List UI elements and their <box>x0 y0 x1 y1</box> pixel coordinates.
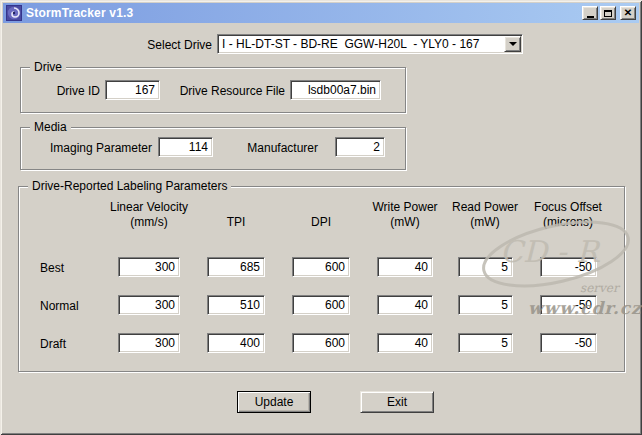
imaging-parameter-label: Imaging Parameter <box>40 141 152 155</box>
drive-group-title: Drive <box>30 60 66 74</box>
col-header-focus-offset-unit: (microns) <box>518 215 618 229</box>
drive-id-label: Drive ID <box>40 84 100 98</box>
app-window: StormTracker v1.3 ✕ Select Drive I - HL-… <box>0 0 642 435</box>
row-label-normal: Normal <box>40 299 100 313</box>
draft-dpi-field[interactable] <box>292 333 350 353</box>
manufacturer-label: Manufacturer <box>228 141 318 155</box>
labeling-parameters-group-title: Drive-Reported Labeling Parameters <box>28 179 231 193</box>
normal-write-power-field[interactable] <box>377 295 433 315</box>
minimize-button[interactable] <box>582 6 598 20</box>
select-drive-label: Select Drive <box>130 38 212 52</box>
maximize-icon <box>604 10 612 17</box>
row-label-best: Best <box>40 261 100 275</box>
normal-tpi-field[interactable] <box>207 295 265 315</box>
draft-focus-offset-field[interactable] <box>540 333 597 353</box>
select-drive-value: I - HL-DT-ST - BD-RE GGW-H20L - YLY0 - 1… <box>218 37 504 51</box>
minimize-icon <box>587 16 594 18</box>
draft-tpi-field[interactable] <box>207 333 265 353</box>
window-title: StormTracker v1.3 <box>26 6 133 20</box>
drive-resource-file-field[interactable] <box>290 80 381 100</box>
imaging-parameter-field[interactable] <box>158 137 213 157</box>
draft-write-power-field[interactable] <box>377 333 433 353</box>
chevron-down-icon <box>509 42 517 46</box>
media-group-title: Media <box>30 120 71 134</box>
col-header-linear-velocity-unit: (mm/s) <box>99 215 199 229</box>
best-linear-velocity-field[interactable] <box>118 257 180 277</box>
col-header-linear-velocity: Linear Velocity <box>99 200 199 214</box>
best-tpi-field[interactable] <box>207 257 265 277</box>
exit-button[interactable]: Exit <box>360 391 434 413</box>
drive-resource-file-label: Drive Resource File <box>178 84 285 98</box>
best-focus-offset-field[interactable] <box>540 257 597 277</box>
window-controls: ✕ <box>580 6 636 20</box>
manufacturer-field[interactable] <box>335 137 385 157</box>
storm-app-icon <box>6 5 22 21</box>
maximize-button[interactable] <box>600 6 616 20</box>
normal-dpi-field[interactable] <box>292 295 350 315</box>
row-label-draft: Draft <box>40 337 100 351</box>
best-write-power-field[interactable] <box>377 257 433 277</box>
drive-id-field[interactable] <box>105 80 160 100</box>
titlebar[interactable]: StormTracker v1.3 ✕ <box>3 3 639 23</box>
select-drive-combobox[interactable]: I - HL-DT-ST - BD-RE GGW-H20L - YLY0 - 1… <box>217 34 523 54</box>
normal-linear-velocity-field[interactable] <box>118 295 180 315</box>
draft-linear-velocity-field[interactable] <box>118 333 180 353</box>
normal-focus-offset-field[interactable] <box>540 295 597 315</box>
best-dpi-field[interactable] <box>292 257 350 277</box>
select-drive-dropdown-button[interactable] <box>504 36 521 52</box>
close-icon: ✕ <box>624 8 632 18</box>
close-button[interactable]: ✕ <box>620 6 636 20</box>
col-header-focus-offset: Focus Offset <box>518 200 618 214</box>
normal-read-power-field[interactable] <box>458 295 513 315</box>
draft-read-power-field[interactable] <box>458 333 513 353</box>
update-button[interactable]: Update <box>237 391 311 413</box>
best-read-power-field[interactable] <box>458 257 513 277</box>
